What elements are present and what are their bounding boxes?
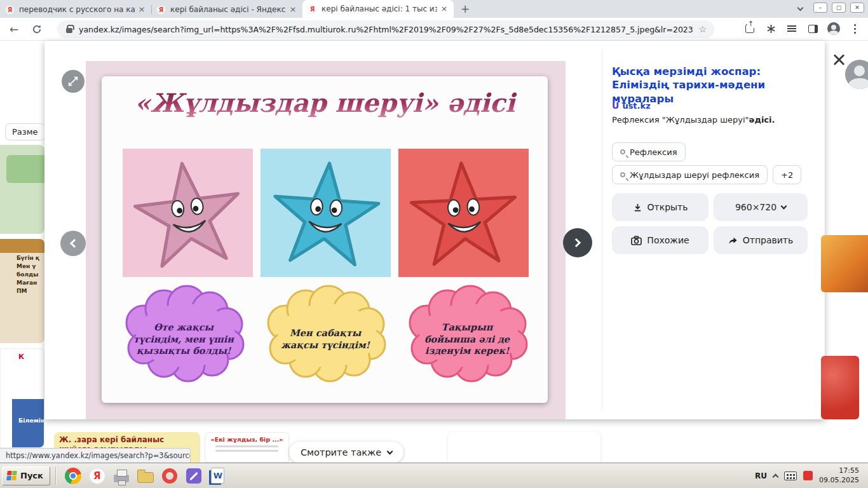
notification-tray-icon[interactable] <box>803 471 813 480</box>
partial-thumbnail[interactable] <box>821 356 859 419</box>
taskbar-editor-button[interactable] <box>182 466 206 486</box>
side-panel-button[interactable] <box>804 20 821 37</box>
tag-chip-reflexia[interactable]: Рефлексия <box>612 142 686 161</box>
chip-label: Жұлдыздар шеруі рефлексия <box>630 170 759 180</box>
taskbar-opera-button[interactable] <box>158 466 182 486</box>
thumbnail-text: Мен ү <box>0 261 44 269</box>
see-also-button[interactable]: Смотрите также <box>289 442 403 463</box>
window-restore-button[interactable]: ▢ <box>832 3 846 13</box>
similar-label: Похожие <box>647 235 689 245</box>
tab-title: переводчик с русского на казахски <box>19 5 135 14</box>
reload-icon <box>32 24 42 34</box>
tab-title: кері байланыс әдісі: 1 тыс изобра <box>322 4 437 13</box>
previous-image-button[interactable] <box>60 231 86 256</box>
yandex-favicon-icon: Я <box>308 4 317 14</box>
side-panel-icon <box>808 25 818 33</box>
chevron-left-icon <box>70 239 79 248</box>
serp-thumbnail[interactable] <box>0 145 44 234</box>
related-card[interactable] <box>448 432 600 463</box>
fullscreen-expand-button[interactable] <box>62 70 85 93</box>
back-button[interactable]: ← <box>5 20 23 38</box>
chevron-down-icon <box>781 203 787 209</box>
reload-button[interactable] <box>28 20 46 38</box>
profile-button[interactable] <box>825 20 842 37</box>
star-tile-pink <box>123 149 253 277</box>
user-avatar[interactable] <box>845 60 868 89</box>
tag-row: Жұлдыздар шеруі рефлексия +2 <box>612 165 801 184</box>
taskbar-folder-button[interactable] <box>133 466 158 486</box>
serp-thumbnail[interactable]: К Білемін <box>0 348 44 448</box>
red-star-icon <box>407 156 520 270</box>
lock-icon <box>66 28 72 33</box>
open-button[interactable]: Открыть <box>612 193 709 221</box>
open-label: Открыть <box>648 202 688 212</box>
cloud-pink: Тақырып бойынша әлі де ізденуім керек! <box>400 285 534 394</box>
reading-list-button[interactable] <box>783 20 800 37</box>
tag-chip-zhuldyzdar[interactable]: Жұлдыздар шеруі рефлексия <box>612 165 768 184</box>
printer-icon <box>114 475 129 482</box>
result-title-link[interactable]: Қысқа мерзімді жоспар: Еліміздің тарихи-… <box>612 65 803 105</box>
cloud-text: Мен сабақты жақсы түсіндім! <box>275 302 376 376</box>
kebab-menu-icon <box>854 28 856 30</box>
related-thumbnail[interactable]: «Екі жұлдыз, бір ...» <box>205 432 289 463</box>
chevron-right-icon <box>572 238 581 247</box>
browser-menu-button[interactable] <box>846 20 863 37</box>
serp-thumbnail[interactable]: Бүгін қ Мен ү болды Маған ПМ <box>0 239 44 343</box>
share-image-button[interactable]: Отправить <box>714 226 808 254</box>
pink-star-icon <box>128 152 248 273</box>
description-text: Рефлексия "Жұлдыздар шеруі" <box>612 115 749 125</box>
download-icon <box>633 203 642 212</box>
more-tags-chip[interactable]: +2 <box>773 165 801 184</box>
new-tab-button[interactable]: + <box>458 1 473 17</box>
star-tile-red <box>398 149 529 277</box>
start-label: Пуск <box>20 471 43 480</box>
see-also-label: Смотрите также <box>301 447 381 458</box>
resolution-label: 960×720 <box>735 202 776 212</box>
taskbar-chrome-button[interactable] <box>61 466 85 486</box>
bookmark-star-icon[interactable]: ☆ <box>698 24 707 34</box>
taskbar-separator <box>55 467 56 485</box>
cloud-purple: Өте жақсы түсіндім, мен үшін қызықты бол… <box>117 285 250 394</box>
share-button[interactable] <box>742 20 758 37</box>
screen: Я переводчик с русского на казахски × Я … <box>0 0 868 488</box>
resolution-dropdown[interactable]: 960×720 <box>714 193 808 221</box>
url-text[interactable]: yandex.kz/images/search?img_url=https%3A… <box>79 25 693 34</box>
chevron-down-icon <box>387 448 393 454</box>
time-text: 17:55 <box>819 466 859 476</box>
taskbar-printer-button[interactable] <box>109 466 133 486</box>
start-button[interactable]: Пуск <box>2 466 50 485</box>
clock[interactable]: 17:55 09.05.2025 <box>819 466 863 485</box>
cloud-text: Тақырып бойынша әлі де ізденуім керек! <box>417 302 517 376</box>
yandex-favicon-icon: Я <box>5 5 15 15</box>
tab-close-icon[interactable]: × <box>440 4 449 13</box>
thumbnail-text: Білемін <box>12 399 44 447</box>
browser-tab-2[interactable]: Я кері байланыс әдісі - Яндекс: наш × <box>151 1 302 18</box>
viewer-close-button[interactable] <box>831 52 846 67</box>
pen-app-icon <box>186 468 201 484</box>
tab-close-icon[interactable]: × <box>137 5 146 14</box>
tray-expand-chevron-icon[interactable] <box>773 473 779 480</box>
source-row[interactable]: U ust.kz <box>612 100 651 111</box>
browser-tab-1[interactable]: Я переводчик с русского на казахски × <box>0 1 151 18</box>
partial-thumbnail[interactable] <box>821 235 868 292</box>
size-filter-chip[interactable]: Разме <box>5 123 46 140</box>
next-image-button[interactable] <box>563 228 592 257</box>
window-close-button[interactable]: ✕ <box>850 3 864 13</box>
keyboard-tray-icon[interactable] <box>784 471 797 480</box>
browser-tab-3-active[interactable]: Я кері байланыс әдісі: 1 тыс изобра × <box>302 0 454 18</box>
taskbar-yandex-button[interactable]: Я <box>85 466 109 486</box>
language-indicator[interactable]: RU <box>755 471 767 480</box>
tab-search-chevron-icon[interactable] <box>797 4 804 11</box>
extension-button[interactable] <box>763 20 779 37</box>
system-tray: RU 17:55 09.05.2025 <box>755 466 868 485</box>
similar-images-button[interactable]: Похожие <box>612 226 709 254</box>
thumbnail-header <box>0 239 44 253</box>
address-bar[interactable]: yandex.kz/images/search?img_url=https%3A… <box>57 20 714 38</box>
tab-close-icon[interactable]: × <box>288 5 297 14</box>
viewed-image[interactable]: «Жұлдыздар шеруі» әдісі <box>86 61 566 419</box>
taskbar-word-button[interactable]: W <box>206 466 230 486</box>
cloud-text: Өте жақсы түсіндім, мен үшін қызықты бол… <box>133 302 234 376</box>
source-link[interactable]: ust.kz <box>622 101 650 111</box>
window-minimize-button[interactable]: – <box>813 3 827 13</box>
tabstrip-controls: – ▢ ✕ <box>796 3 864 13</box>
